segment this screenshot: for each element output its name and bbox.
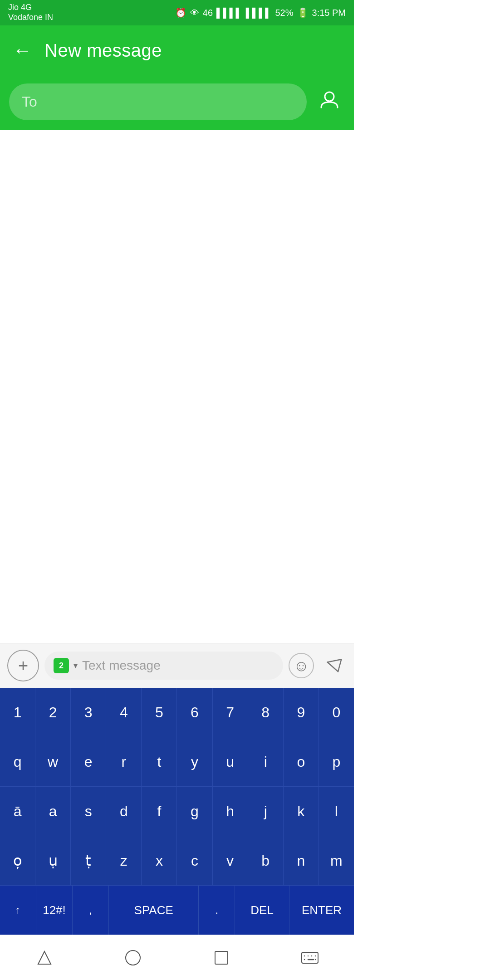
key-numbers[interactable]: 12#! (36, 886, 73, 935)
svg-rect-6 (215, 951, 228, 964)
key-r[interactable]: r (106, 737, 142, 786)
key-comma[interactable]: , (73, 886, 109, 935)
key-7[interactable]: 7 (213, 688, 248, 737)
key-1[interactable]: 1 (0, 688, 35, 737)
back-button[interactable]: ← (9, 37, 35, 64)
carrier-name: Jio 4G (8, 3, 53, 13)
bottom-input-bar: + 2 ▾ ☺ (0, 643, 354, 688)
key-ounder[interactable]: o̦ (0, 836, 35, 885)
nav-recent-icon (211, 948, 231, 968)
key-space[interactable]: SPACE (109, 886, 199, 935)
key-6[interactable]: 6 (177, 688, 212, 737)
contact-picker-button[interactable] (314, 84, 345, 120)
key-l[interactable]: l (319, 787, 354, 836)
key-n[interactable]: n (284, 836, 319, 885)
keyboard: 1 2 3 4 5 6 7 8 9 0 q w e r t y u i o p … (0, 688, 354, 935)
nav-keyboard-button[interactable] (292, 940, 328, 976)
key-x[interactable]: x (142, 836, 177, 885)
key-w[interactable]: w (35, 737, 71, 786)
key-m[interactable]: m (319, 836, 354, 885)
send-icon (320, 652, 346, 680)
key-v[interactable]: v (213, 836, 248, 885)
keyboard-row-numbers: 1 2 3 4 5 6 7 8 9 0 (0, 688, 354, 737)
key-abar[interactable]: ā (0, 787, 35, 836)
status-bar: Jio 4G Vodafone IN ⏰ 👁 46 ▌▌▌▌ ▌▌▌▌ 52% … (0, 0, 354, 25)
emoji-button[interactable]: ☺ (289, 653, 314, 678)
svg-rect-7 (302, 952, 318, 963)
key-0[interactable]: 0 (319, 688, 354, 737)
key-b[interactable]: b (248, 836, 284, 885)
nav-bar (0, 935, 354, 980)
carrier-sub: Vodafone IN (8, 13, 53, 23)
signal-bars-1: ▌▌▌▌ (216, 8, 242, 18)
key-o[interactable]: o (284, 737, 319, 786)
key-4[interactable]: 4 (106, 688, 142, 737)
nav-back-icon (34, 948, 54, 968)
clock-icon: ⏰ (175, 7, 186, 18)
battery-icon: 🔋 (297, 7, 309, 18)
key-t[interactable]: t (142, 737, 177, 786)
keyboard-row-qwerty: q w e r t y u i o p (0, 737, 354, 787)
key-period[interactable]: . (199, 886, 235, 935)
key-z[interactable]: z (106, 836, 142, 885)
message-text-input[interactable] (82, 658, 274, 673)
key-a[interactable]: a (35, 787, 71, 836)
battery-percent: 52% (275, 8, 293, 18)
page-title: New message (44, 40, 162, 61)
key-s[interactable]: s (71, 787, 106, 836)
key-c[interactable]: c (177, 836, 212, 885)
sim-badge: 2 (54, 658, 69, 673)
key-tunder[interactable]: ṭ (71, 836, 106, 885)
svg-point-0 (325, 92, 334, 101)
message-input-wrapper: 2 ▾ (44, 652, 283, 680)
key-y[interactable]: y (177, 737, 212, 786)
to-section (0, 75, 354, 130)
time: 3:15 PM (312, 8, 346, 18)
nav-keyboard-icon (300, 948, 320, 968)
key-k[interactable]: k (284, 787, 319, 836)
send-button[interactable] (319, 652, 347, 679)
key-enter[interactable]: ENTER (289, 886, 354, 935)
key-shift[interactable]: ↑ (0, 886, 36, 935)
key-9[interactable]: 9 (284, 688, 319, 737)
eye-icon: 👁 (190, 8, 199, 18)
sim-dropdown-icon[interactable]: ▾ (74, 661, 78, 671)
to-input-wrapper[interactable] (9, 83, 307, 120)
key-5[interactable]: 5 (142, 688, 177, 737)
nav-home-button[interactable] (115, 940, 151, 976)
svg-point-5 (126, 951, 140, 965)
keyboard-row-zxcv: o̦ ụ ṭ z x c v b n m (0, 836, 354, 886)
top-bar: ← New message (0, 25, 354, 75)
svg-line-2 (326, 662, 340, 671)
keyboard-row-asdf: ā a s d f g h j k l (0, 787, 354, 836)
key-u[interactable]: u (213, 737, 248, 786)
key-f[interactable]: f (142, 787, 177, 836)
key-e[interactable]: e (71, 737, 106, 786)
nav-recent-button[interactable] (203, 940, 240, 976)
svg-marker-4 (38, 951, 51, 964)
key-delete[interactable]: DEL (235, 886, 289, 935)
key-8[interactable]: 8 (248, 688, 284, 737)
to-input[interactable] (22, 93, 294, 110)
keyboard-row-bottom: ↑ 12#! , SPACE . DEL ENTER (0, 886, 354, 935)
key-p[interactable]: p (319, 737, 354, 786)
nav-home-icon (123, 948, 143, 968)
key-g[interactable]: g (177, 787, 212, 836)
carrier-info: Jio 4G Vodafone IN (8, 3, 53, 22)
status-icons: ⏰ 👁 46 ▌▌▌▌ ▌▌▌▌ 52% 🔋 3:15 PM (175, 7, 346, 18)
add-attachment-button[interactable]: + (7, 650, 39, 681)
key-2[interactable]: 2 (35, 688, 71, 737)
nav-back-button[interactable] (26, 940, 63, 976)
key-i[interactable]: i (248, 737, 284, 786)
key-h[interactable]: h (213, 787, 248, 836)
key-3[interactable]: 3 (71, 688, 106, 737)
key-uunder[interactable]: ụ (35, 836, 71, 885)
signal-4g: 46 (203, 8, 213, 18)
key-j[interactable]: j (248, 787, 284, 836)
key-d[interactable]: d (106, 787, 142, 836)
key-q[interactable]: q (0, 737, 35, 786)
svg-line-3 (338, 659, 341, 671)
signal-bars-2: ▌▌▌▌ (246, 8, 272, 18)
message-area (0, 130, 354, 643)
